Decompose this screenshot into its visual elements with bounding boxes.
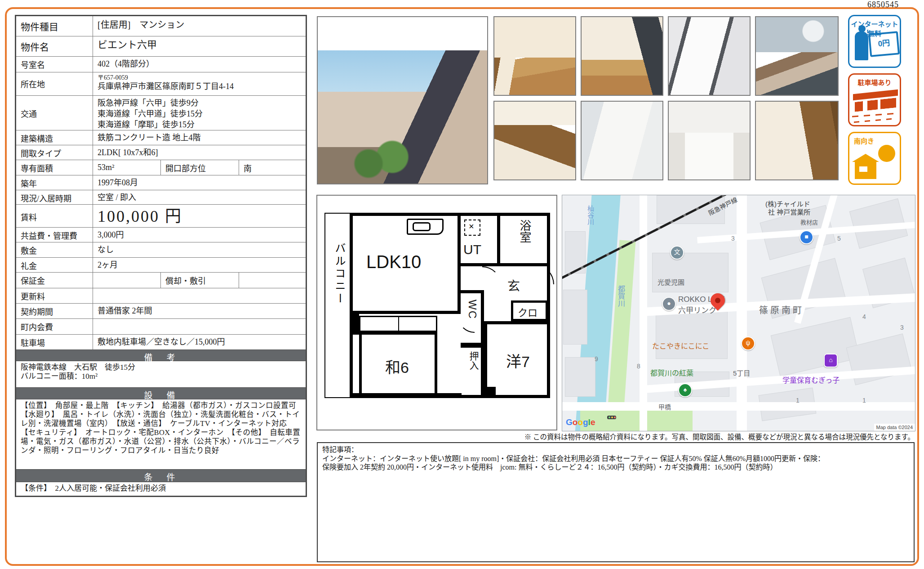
floorplan-closet: クロ [511,300,548,321]
floorplan-futon-closet: 押入 [461,346,484,396]
kitchen-counter-icon [407,219,444,235]
table-row: 契約期間普通借家 2年間 [16,303,306,318]
badge-internet-free: インターネット無料 ! 0円 [848,15,901,68]
special-notes-box: 特記事項： インターネット：インターネット使い放題[ in my room]・保… [317,442,915,562]
property-table: 物件種目[住居用] マンション 物件名ビエント六甲 号室名402（4階部分） 所… [15,15,307,497]
property-flyer: 6850545 物件種目[住居用] マンション 物件名ビエント六甲 号室名402… [0,0,924,569]
address: 兵庫県神戸市灘区篠原南町５丁目4-14 [98,81,304,91]
badge-parking-label: 駐車場あり [849,77,900,87]
map-label-bridge: 甲橋 [658,402,671,411]
map-data-attribution: Map data ©2024 [874,424,915,431]
photo-kitchen [493,101,576,180]
floorplan-storage-cells [359,316,437,332]
conditions-text: 【条件】 2人入居可能・保証会社利用必須 [16,482,306,496]
conditions-header: 条 件 [16,469,306,482]
rent-amount: 100,000 円 [93,205,306,227]
childcare-pin[interactable]: ⌂ [824,354,838,367]
photo-city-view [755,16,839,96]
floorplan-unit: LDK10 UT 浴室 玄 クロ WC 和6 押入 [350,213,550,398]
monitor-icon: 0円 [868,31,900,57]
floorplan-japanese-room: 和6 [359,332,437,396]
floorplan-western-room: 洋7 [484,321,548,396]
table-row: 号室名402（4階部分） [16,56,306,72]
map-label-river2: 都賀川 [615,285,626,307]
table-row: 現況/入居時期空室 / 即入 [16,190,306,204]
badge-south-label: 南向き [854,136,885,145]
table-row: 賃料100,000 円 [16,204,306,227]
restaurant-pin[interactable]: ψ [741,336,755,350]
table-row: 物件名ビエント六甲 [16,36,306,56]
washer-icon [464,220,480,236]
map-label-company2: 社 神戸営業所 [768,207,810,216]
map-label-school: 光愛児園 [657,277,684,287]
table-row: 礼金2ヶ月 [16,257,306,272]
remarks-header: 備 考 [16,349,306,361]
badge-south-facing: 南向き [848,132,901,185]
school-pin[interactable]: 文 [670,246,684,260]
location-map: 杣谷川 都賀川 阪急神戸線 文 光愛児園 ● ROKKO LINK 六甲リンク … [562,195,915,431]
photo-living-room [493,16,576,96]
map-label-takoyaki: たこやきにこにこ [652,340,709,351]
table-row: 所在地 〒657-0059兵庫県神戸市灘区篠原南町５丁目4-14 [16,72,306,95]
map-label-rokko2: 六甲リンク [678,304,716,315]
road [737,195,747,431]
floorplan-ldk: LDK10 [353,216,461,314]
floor-plan: バルコニー LDK10 UT 浴室 玄 クロ WC [316,195,557,430]
table-row: 交通阪急神戸線「六甲」徒歩9分 東海道線「六甲道」徒歩15分 東海道線「摩耶」徒… [16,95,306,130]
equipment-header: 設 備 [16,387,306,399]
house-icon [855,161,876,179]
table-row: 間取タイプ2LDK[ 10x7x和6] [16,145,306,160]
special-notes-title: 特記事項： [322,446,358,453]
table-row: 築年1997年08月 [16,175,306,190]
remarks-text: 阪神電鉄本線 大石駅 徒歩15分 バルコニー面積：10m² [16,361,306,387]
table-row: 保証金償却・敷引 [16,272,306,288]
map-label-river1: 杣谷川 [586,205,595,225]
postal-code: 〒657-0059 [98,74,304,81]
table-row: 共益費・管理費3,000円 [16,227,306,242]
equipment-text: 【位置】 角部屋・最上階 【キッチン】 給湯器（都市ガス）・ガスコンロ設置可 【… [16,399,306,469]
map-label-company3: 教材店 [800,218,818,226]
photo-toilet [668,101,751,180]
floorplan-utility: UT [461,216,500,266]
table-row: 敷金なし [16,242,306,257]
photo-western-room [581,16,663,96]
map-label-town: 篠原南町 [759,303,804,316]
sun-icon [878,145,895,162]
special-notes-body: インターネット：インターネット使い放題[ in my room]・保証会社：保証… [322,455,825,471]
photo-closet-room [755,101,839,180]
google-logo[interactable]: Google [566,417,595,427]
rokko-link-pin[interactable]: ● [662,297,676,311]
company-pin[interactable]: ■ [800,230,813,244]
tree-pin[interactable]: ♠ [678,383,692,397]
floorplan-bath: 浴室 [500,216,547,266]
photo-balcony [668,16,751,96]
table-row: 物件種目[住居用] マンション [16,16,306,36]
table-row: 町内会費 [16,318,306,334]
map-label-chome: 5丁目 [733,368,750,377]
floorplan-entrance: 玄 [501,269,531,302]
floorplan-balcony: バルコニー [324,213,351,398]
badge-parking: 駐車場あり [848,73,901,126]
photo-building-exterior [317,16,488,184]
map-label-momiji: 都賀川の紅葉 [650,367,693,378]
table-row: 更新料 [16,288,306,303]
table-row: 駐車場敷地内駐車場／空きなし／15,000円 [16,334,306,349]
map-label-gakudou: 学童保育むぎっ子 [782,374,840,385]
disclaimer-text: ※ この資料は物件の概略紹介資料になります。写真、間取図面、設備、概要などが現況… [317,431,915,441]
traffic-signal-icon [607,416,616,419]
document-serial-number: 6850545 [867,0,917,9]
photo-washroom [581,101,663,180]
table-row: 専有面積53m²開口部方位南 [16,160,306,175]
table-row: 建築構造鉄筋コンクリート造 地上4階 [16,130,306,145]
